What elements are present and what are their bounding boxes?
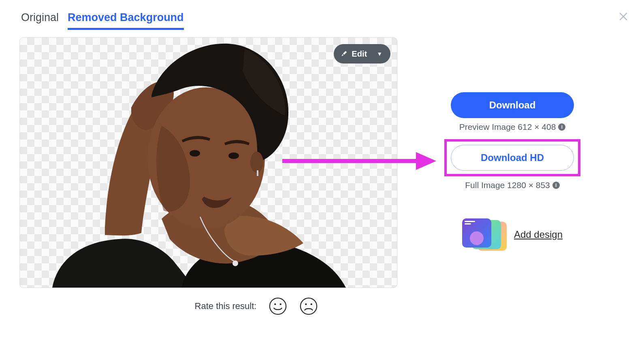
view-tabs: Original Removed Background	[21, 11, 400, 30]
rating-label: Rate this result:	[195, 301, 257, 311]
svg-point-6	[270, 298, 286, 314]
svg-point-2	[228, 152, 239, 159]
add-design-label: Add design	[514, 229, 563, 240]
download-hd-button[interactable]: Download HD	[451, 145, 574, 171]
svg-point-3	[232, 260, 238, 266]
full-dimensions-caption: Full Image 1280 × 853 i	[465, 180, 560, 190]
edit-button[interactable]: Edit ▼	[334, 44, 390, 64]
rate-bad-button[interactable]	[299, 297, 318, 315]
svg-point-1	[190, 150, 200, 157]
chevron-down-icon: ▼	[377, 51, 382, 57]
add-design-link[interactable]: Add design	[462, 218, 563, 251]
svg-point-11	[311, 303, 312, 305]
svg-point-4	[250, 152, 263, 173]
download-button[interactable]: Download	[451, 92, 574, 118]
svg-rect-5	[257, 170, 258, 176]
svg-point-9	[301, 298, 317, 314]
svg-point-7	[275, 303, 276, 305]
svg-point-8	[280, 303, 281, 305]
info-icon[interactable]: i	[558, 123, 565, 131]
rating-row: Rate this result:	[113, 297, 400, 315]
edit-button-label: Edit	[352, 49, 367, 59]
svg-point-10	[305, 303, 307, 305]
info-icon[interactable]: i	[552, 182, 560, 189]
rate-good-button[interactable]	[269, 297, 287, 315]
brush-icon	[340, 50, 348, 57]
annotation-highlight-box: Download HD	[444, 139, 580, 176]
tab-removed-background[interactable]: Removed Background	[68, 11, 184, 30]
tab-original[interactable]: Original	[21, 11, 59, 30]
preview-dimensions-caption: Preview Image 612 × 408 i	[459, 122, 566, 132]
design-thumbnails-icon	[462, 218, 507, 251]
